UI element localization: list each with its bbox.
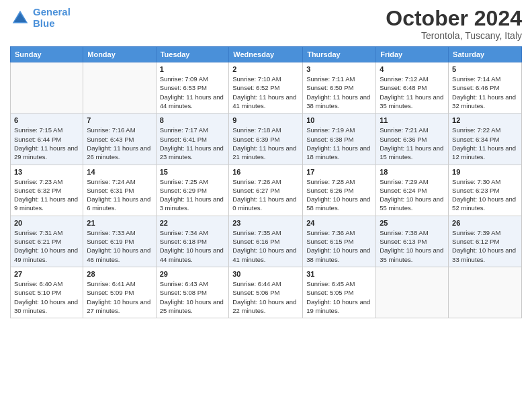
logo-general: General <box>33 6 71 17</box>
calendar-cell: 19Sunrise: 7:30 AM Sunset: 6:23 PM Dayli… <box>449 165 522 216</box>
calendar-cell: 17Sunrise: 7:28 AM Sunset: 6:26 PM Dayli… <box>303 165 376 216</box>
day-number: 1 <box>160 65 226 73</box>
calendar-cell: 12Sunrise: 7:22 AM Sunset: 6:34 PM Dayli… <box>449 113 522 165</box>
day-info: Sunrise: 7:28 AM Sunset: 6:26 PM Dayligh… <box>306 177 372 213</box>
day-number: 2 <box>232 65 299 73</box>
calendar-cell: 23Sunrise: 7:35 AM Sunset: 6:16 PM Dayli… <box>229 216 303 267</box>
calendar-cell: 7Sunrise: 7:16 AM Sunset: 6:43 PM Daylig… <box>83 113 156 165</box>
calendar-cell: 15Sunrise: 7:25 AM Sunset: 6:29 PM Dayli… <box>156 165 229 216</box>
day-number: 13 <box>14 168 79 176</box>
day-number: 24 <box>306 219 372 227</box>
day-info: Sunrise: 7:26 AM Sunset: 6:27 PM Dayligh… <box>232 177 299 213</box>
calendar-week-4: 20Sunrise: 7:31 AM Sunset: 6:21 PM Dayli… <box>11 216 522 267</box>
calendar-week-5: 27Sunrise: 6:40 AM Sunset: 5:10 PM Dayli… <box>11 267 522 318</box>
day-number: 3 <box>306 65 372 73</box>
day-number: 29 <box>160 270 226 278</box>
page: General Blue October 2024 Terontola, Tus… <box>0 0 532 411</box>
day-number: 20 <box>14 219 79 227</box>
day-info: Sunrise: 6:45 AM Sunset: 5:05 PM Dayligh… <box>306 279 372 315</box>
calendar-header-wednesday: Wednesday <box>229 47 303 62</box>
day-number: 17 <box>306 168 372 176</box>
day-info: Sunrise: 7:22 AM Sunset: 6:34 PM Dayligh… <box>452 126 518 161</box>
calendar-cell: 24Sunrise: 7:36 AM Sunset: 6:15 PM Dayli… <box>303 216 376 267</box>
calendar-cell: 14Sunrise: 7:24 AM Sunset: 6:31 PM Dayli… <box>83 165 156 216</box>
day-info: Sunrise: 7:19 AM Sunset: 6:38 PM Dayligh… <box>306 126 372 161</box>
logo-text: General Blue <box>33 7 71 29</box>
day-info: Sunrise: 7:21 AM Sunset: 6:36 PM Dayligh… <box>380 126 445 161</box>
calendar-header-sunday: Sunday <box>11 47 83 62</box>
day-info: Sunrise: 7:14 AM Sunset: 6:46 PM Dayligh… <box>452 75 518 110</box>
day-info: Sunrise: 7:09 AM Sunset: 6:53 PM Dayligh… <box>160 75 226 110</box>
day-info: Sunrise: 7:39 AM Sunset: 6:12 PM Dayligh… <box>452 228 518 264</box>
day-info: Sunrise: 7:12 AM Sunset: 6:48 PM Dayligh… <box>380 75 445 110</box>
calendar-cell: 29Sunrise: 6:43 AM Sunset: 5:08 PM Dayli… <box>156 267 229 318</box>
calendar-cell: 25Sunrise: 7:38 AM Sunset: 6:13 PM Dayli… <box>376 216 449 267</box>
calendar-cell <box>449 267 522 318</box>
calendar-cell: 30Sunrise: 6:44 AM Sunset: 5:06 PM Dayli… <box>229 267 303 318</box>
day-number: 15 <box>160 168 226 176</box>
day-number: 18 <box>380 168 445 176</box>
day-number: 26 <box>452 219 518 227</box>
calendar-cell <box>11 62 83 113</box>
calendar-header-thursday: Thursday <box>303 47 376 62</box>
logo-icon <box>10 8 30 28</box>
calendar-header-monday: Monday <box>83 47 156 62</box>
calendar-cell: 27Sunrise: 6:40 AM Sunset: 5:10 PM Dayli… <box>11 267 83 318</box>
day-number: 14 <box>87 168 152 176</box>
day-info: Sunrise: 7:16 AM Sunset: 6:43 PM Dayligh… <box>87 126 152 161</box>
calendar: SundayMondayTuesdayWednesdayThursdayFrid… <box>10 46 522 318</box>
day-info: Sunrise: 7:11 AM Sunset: 6:50 PM Dayligh… <box>306 75 372 110</box>
calendar-week-2: 6Sunrise: 7:15 AM Sunset: 6:44 PM Daylig… <box>11 113 522 165</box>
day-number: 7 <box>87 116 152 124</box>
day-number: 11 <box>380 116 445 124</box>
day-info: Sunrise: 7:17 AM Sunset: 6:41 PM Dayligh… <box>160 126 226 161</box>
location-subtitle: Terontola, Tuscany, Italy <box>386 30 522 41</box>
calendar-week-1: 1Sunrise: 7:09 AM Sunset: 6:53 PM Daylig… <box>11 62 522 113</box>
calendar-week-3: 13Sunrise: 7:23 AM Sunset: 6:32 PM Dayli… <box>11 165 522 216</box>
calendar-cell: 2Sunrise: 7:10 AM Sunset: 6:52 PM Daylig… <box>229 62 303 113</box>
day-info: Sunrise: 6:41 AM Sunset: 5:09 PM Dayligh… <box>87 279 152 315</box>
month-title: October 2024 <box>386 7 522 30</box>
logo-blue: Blue <box>33 17 55 29</box>
day-number: 22 <box>160 219 226 227</box>
calendar-cell <box>83 62 156 113</box>
day-number: 6 <box>14 116 79 124</box>
calendar-header-saturday: Saturday <box>449 47 522 62</box>
day-info: Sunrise: 7:15 AM Sunset: 6:44 PM Dayligh… <box>14 126 79 161</box>
day-number: 31 <box>306 270 372 278</box>
calendar-cell: 5Sunrise: 7:14 AM Sunset: 6:46 PM Daylig… <box>449 62 522 113</box>
day-info: Sunrise: 7:23 AM Sunset: 6:32 PM Dayligh… <box>14 177 79 213</box>
calendar-cell: 8Sunrise: 7:17 AM Sunset: 6:41 PM Daylig… <box>156 113 229 165</box>
calendar-cell: 3Sunrise: 7:11 AM Sunset: 6:50 PM Daylig… <box>303 62 376 113</box>
day-info: Sunrise: 7:34 AM Sunset: 6:18 PM Dayligh… <box>160 228 226 264</box>
calendar-cell: 9Sunrise: 7:18 AM Sunset: 6:39 PM Daylig… <box>229 113 303 165</box>
day-info: Sunrise: 7:31 AM Sunset: 6:21 PM Dayligh… <box>14 228 79 264</box>
calendar-cell: 10Sunrise: 7:19 AM Sunset: 6:38 PM Dayli… <box>303 113 376 165</box>
day-info: Sunrise: 7:29 AM Sunset: 6:24 PM Dayligh… <box>380 177 445 213</box>
day-info: Sunrise: 7:24 AM Sunset: 6:31 PM Dayligh… <box>87 177 152 213</box>
day-number: 4 <box>380 65 445 73</box>
day-info: Sunrise: 6:40 AM Sunset: 5:10 PM Dayligh… <box>14 279 79 315</box>
calendar-cell: 1Sunrise: 7:09 AM Sunset: 6:53 PM Daylig… <box>156 62 229 113</box>
day-number: 30 <box>232 270 299 278</box>
calendar-cell: 21Sunrise: 7:33 AM Sunset: 6:19 PM Dayli… <box>83 216 156 267</box>
calendar-cell: 18Sunrise: 7:29 AM Sunset: 6:24 PM Dayli… <box>376 165 449 216</box>
calendar-header-friday: Friday <box>376 47 449 62</box>
day-number: 12 <box>452 116 518 124</box>
day-number: 23 <box>232 219 299 227</box>
calendar-cell <box>376 267 449 318</box>
title-block: October 2024 Terontola, Tuscany, Italy <box>386 7 522 41</box>
day-info: Sunrise: 7:25 AM Sunset: 6:29 PM Dayligh… <box>160 177 226 213</box>
day-number: 25 <box>380 219 445 227</box>
day-number: 9 <box>232 116 299 124</box>
day-info: Sunrise: 7:35 AM Sunset: 6:16 PM Dayligh… <box>232 228 299 264</box>
calendar-cell: 22Sunrise: 7:34 AM Sunset: 6:18 PM Dayli… <box>156 216 229 267</box>
logo: General Blue <box>10 7 71 29</box>
day-number: 19 <box>452 168 518 176</box>
calendar-cell: 11Sunrise: 7:21 AM Sunset: 6:36 PM Dayli… <box>376 113 449 165</box>
day-number: 10 <box>306 116 372 124</box>
day-info: Sunrise: 6:44 AM Sunset: 5:06 PM Dayligh… <box>232 279 299 315</box>
day-info: Sunrise: 7:38 AM Sunset: 6:13 PM Dayligh… <box>380 228 445 264</box>
day-info: Sunrise: 6:43 AM Sunset: 5:08 PM Dayligh… <box>160 279 226 315</box>
header: General Blue October 2024 Terontola, Tus… <box>10 7 522 41</box>
